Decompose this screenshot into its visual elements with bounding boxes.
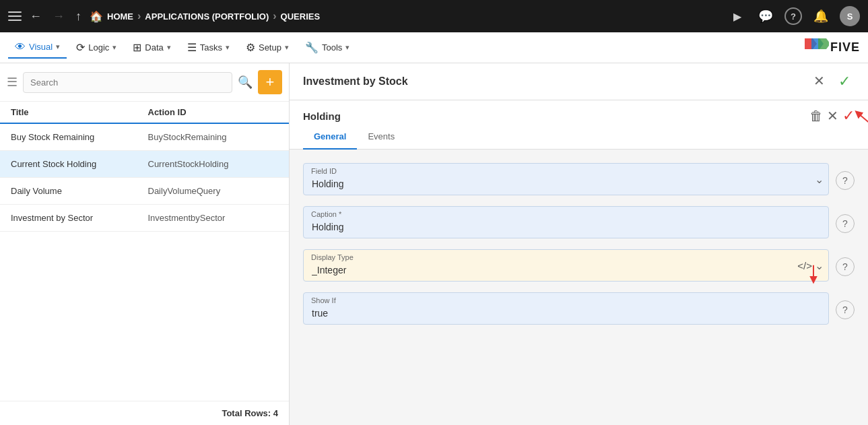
data-icon: ⊞ (133, 41, 141, 54)
filter-icon: ☰ (7, 75, 18, 90)
breadcrumb: 🏠 HOME › APPLICATIONS (PORTFOLIO) › QUER… (90, 10, 320, 23)
caption-help[interactable]: ? (836, 214, 855, 233)
field-id-field: Field ID ⌄ (303, 163, 829, 195)
table-header: Title Action ID (0, 102, 289, 124)
form-area: Field ID ⌄ ? Caption * ? Dis (290, 150, 868, 425)
show-if-help[interactable]: ? (836, 300, 855, 319)
display-type-help[interactable]: ? (836, 257, 855, 276)
top-bar-right: ▶ 💬 ? 🔔 S (728, 6, 860, 26)
main-layout: ☰ 🔍 + Title Action ID Buy Stock Remainin… (0, 63, 868, 425)
visual-menu[interactable]: 👁 Visual ▾ (8, 37, 67, 59)
sub-header: Holding 🗑 ✕ ✓ (290, 100, 868, 125)
cell-title: Daily Volume (11, 186, 141, 196)
top-bar-left: ← → ↑ 🏠 HOME › APPLICATIONS (PORTFOLIO) … (8, 7, 721, 26)
toolbar: 👁 Visual ▾ ⟳ Logic ▾ ⊞ Data ▾ ☰ Tasks ▾ … (0, 32, 868, 63)
table-row[interactable]: Current Stock Holding CurrentStockHoldin… (0, 151, 289, 178)
cell-action: CurrentStockHolding (141, 159, 279, 169)
table-row[interactable]: Buy Stock Remaining BuyStockRemaining (0, 124, 289, 151)
cell-action: DailyVolumeQuery (141, 186, 279, 196)
svg-line-4 (858, 113, 868, 128)
field-id-row: Field ID ⌄ ? (303, 163, 855, 195)
field-id-help[interactable]: ? (836, 171, 855, 190)
help-button[interactable]: ? (784, 7, 802, 25)
tasks-menu[interactable]: ☰ Tasks ▾ (180, 37, 236, 58)
display-type-input[interactable] (303, 249, 829, 282)
table-footer: Total Rows: 4 (0, 401, 289, 425)
top-bar: ← → ↑ 🏠 HOME › APPLICATIONS (PORTFOLIO) … (0, 0, 868, 32)
search-input[interactable] (23, 72, 232, 93)
left-panel: ☰ 🔍 + Title Action ID Buy Stock Remainin… (0, 63, 290, 425)
right-panel: Investment by Stock ✕ ✓ Holding 🗑 ✕ ✓ (290, 63, 868, 425)
back-button[interactable]: ← (27, 7, 44, 26)
tools-menu[interactable]: 🔧 Tools ▾ (298, 37, 356, 58)
logic-menu[interactable]: ⟳ Logic ▾ (69, 37, 123, 58)
field-id-chevron[interactable]: ⌄ (815, 173, 824, 186)
tasks-icon: ☰ (187, 41, 197, 54)
rp-title: Investment by Stock (303, 75, 408, 88)
display-type-field: Display Type </> ⌄ (303, 249, 829, 282)
logic-icon: ⟳ (76, 41, 85, 54)
rp-close-button[interactable]: ✕ (809, 71, 829, 92)
col-title-header: Title (11, 107, 141, 117)
eye-icon: 👁 (15, 41, 26, 53)
tab-events[interactable]: Events (357, 125, 405, 150)
breadcrumb-queries[interactable]: QUERIES (281, 11, 321, 22)
tasks-chevron: ▾ (226, 43, 230, 52)
svg-marker-2 (818, 38, 829, 49)
table-row[interactable]: Daily Volume DailyVolumeQuery (0, 178, 289, 205)
breadcrumb-sep1: › (137, 10, 141, 22)
cell-action: BuyStockRemaining (141, 132, 279, 142)
rp-header-actions: ✕ ✓ (809, 71, 855, 92)
notifications-button[interactable]: 🔔 (811, 7, 830, 26)
sub-close-button[interactable]: ✕ (827, 108, 838, 124)
caption-row: Caption * ? (303, 206, 855, 238)
data-label: Data (145, 42, 163, 53)
setup-label: Setup (259, 42, 281, 53)
cell-action: InvestmentbySector (141, 213, 279, 223)
table-row[interactable]: Investment by Sector InvestmentbySector (0, 205, 289, 232)
tabs: General Events (290, 125, 868, 150)
avatar[interactable]: S (840, 6, 860, 26)
col-action-header: Action ID (141, 107, 279, 117)
display-type-actions: </> ⌄ (797, 259, 824, 272)
play-button[interactable]: ▶ (728, 7, 747, 26)
rp-header: Investment by Stock ✕ ✓ (290, 63, 868, 100)
hamburger-menu[interactable] (8, 11, 22, 21)
delete-button[interactable]: 🗑 (809, 108, 823, 124)
rp-save-button[interactable]: ✓ (834, 71, 855, 92)
breadcrumb-home[interactable]: HOME (107, 11, 133, 22)
cell-title: Current Stock Holding (11, 159, 141, 169)
data-chevron: ▾ (167, 43, 171, 52)
logic-chevron: ▾ (112, 43, 116, 52)
tools-label: Tools (322, 42, 342, 53)
chat-button[interactable]: 💬 (756, 7, 775, 26)
chevron-down-icon: ⌄ (815, 173, 824, 186)
sub-title: Holding (303, 110, 341, 122)
show-if-input[interactable] (303, 292, 829, 325)
setup-chevron: ▾ (285, 43, 289, 52)
setup-menu[interactable]: ⚙ Setup ▾ (239, 37, 296, 58)
tools-icon: 🔧 (305, 41, 319, 54)
sub-save-button[interactable]: ✓ (842, 107, 855, 125)
show-if-field: Show If (303, 292, 829, 325)
add-button[interactable]: + (258, 70, 282, 94)
tab-general[interactable]: General (303, 125, 357, 150)
field-id-input[interactable] (303, 163, 829, 195)
breadcrumb-applications[interactable]: APPLICATIONS (PORTFOLIO) (145, 11, 269, 22)
tasks-label: Tasks (200, 42, 222, 53)
breadcrumb-sep2: › (273, 10, 276, 22)
data-menu[interactable]: ⊞ Data ▾ (126, 37, 177, 58)
visual-chevron: ▾ (56, 42, 60, 51)
show-if-row: Show If ? (303, 292, 855, 325)
visual-label: Visual (29, 42, 53, 52)
forward-button[interactable]: → (50, 7, 67, 26)
five-label: FIVE (830, 40, 860, 55)
cell-title: Investment by Sector (11, 213, 141, 223)
table-body: Buy Stock Remaining BuyStockRemaining Cu… (0, 124, 289, 401)
tools-chevron: ▾ (345, 43, 349, 52)
up-button[interactable]: ↑ (73, 7, 84, 26)
five-logo: FIVE (805, 38, 860, 57)
search-icon[interactable]: 🔍 (238, 75, 253, 90)
caption-field: Caption * (303, 206, 829, 238)
caption-input[interactable] (303, 206, 829, 238)
